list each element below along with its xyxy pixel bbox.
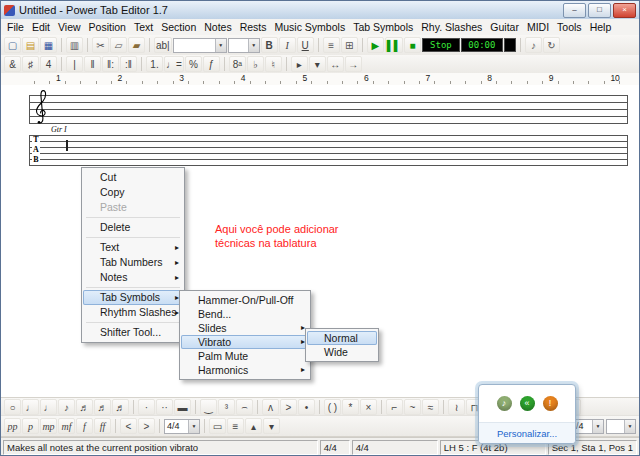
- menu-notes[interactable]: Notes: [200, 19, 235, 35]
- double-barline-icon[interactable]: ‖: [84, 56, 101, 72]
- marcato-icon[interactable]: ʌ: [262, 399, 279, 415]
- menu-item-bend[interactable]: Bend...: [181, 307, 309, 321]
- triplet-icon[interactable]: ³: [218, 399, 235, 415]
- menu-item-wide[interactable]: Wide: [307, 345, 377, 359]
- tray-customize-link[interactable]: Personalizar...: [479, 422, 575, 443]
- cut-icon[interactable]: ✂: [92, 37, 109, 53]
- menu-file[interactable]: File: [3, 19, 28, 35]
- natural-icon[interactable]: ♮: [265, 56, 282, 72]
- eighth-note-icon[interactable]: ♪: [58, 399, 75, 415]
- rest-icon[interactable]: ▬: [174, 399, 191, 415]
- open-icon[interactable]: ▤: [22, 37, 39, 53]
- pause-button[interactable]: ▌▌: [385, 37, 403, 53]
- menu-guitar[interactable]: Guitar: [486, 19, 523, 35]
- thirty-second-note-icon[interactable]: ♬: [94, 399, 111, 415]
- repeat-end-icon[interactable]: :‖: [120, 56, 137, 72]
- accent-icon[interactable]: >: [280, 399, 297, 415]
- menu-item-slides[interactable]: Slides▸: [181, 321, 309, 335]
- tray-media-icon[interactable]: ♪: [497, 396, 512, 411]
- new-icon[interactable]: ▢: [4, 37, 21, 53]
- menu-section[interactable]: Section: [157, 19, 200, 35]
- play-button[interactable]: ▶: [367, 37, 384, 53]
- menu-item-shifter-tool[interactable]: Shifter Tool...: [83, 325, 183, 340]
- fermata-icon[interactable]: ⌢: [236, 399, 253, 415]
- tablature-staff[interactable]: [29, 135, 628, 166]
- menu-text[interactable]: Text: [130, 19, 157, 35]
- vibrato-icon[interactable]: ~: [404, 399, 421, 415]
- menu-tab-symbols[interactable]: Tab Symbols: [349, 19, 417, 35]
- menu-item-copy[interactable]: Copy: [83, 185, 183, 200]
- standard-notation-staff[interactable]: [29, 95, 628, 124]
- arpeggio-icon[interactable]: ≀: [448, 399, 465, 415]
- tie-icon[interactable]: ‿: [200, 399, 217, 415]
- menu-item-hammer-on-pull-off[interactable]: Hammer-On/Pull-Off: [181, 293, 309, 307]
- tray-update-icon[interactable]: !: [543, 396, 558, 411]
- menu-item-vibrato[interactable]: Vibrato▸: [181, 335, 309, 349]
- wide-vibrato-icon[interactable]: ≈: [422, 399, 439, 415]
- decrescendo-icon[interactable]: >: [138, 418, 155, 434]
- menu-position[interactable]: Position: [85, 19, 130, 35]
- menu-edit[interactable]: Edit: [28, 19, 54, 35]
- muted-note-icon[interactable]: ×: [360, 399, 377, 415]
- menu-item-notes[interactable]: Notes▸: [83, 270, 183, 285]
- menu-item-tab-symbols[interactable]: Tab Symbols▸: [83, 290, 183, 305]
- guitar-setup-icon[interactable]: ≡: [323, 37, 340, 53]
- maximize-button[interactable]: □: [588, 3, 611, 18]
- repeat-start-icon[interactable]: ‖:: [102, 56, 119, 72]
- text-tool-button[interactable]: ab|: [154, 37, 172, 53]
- size-combo[interactable]: ▼: [228, 38, 260, 53]
- let-ring-icon[interactable]: ⌐: [386, 399, 403, 415]
- menu-rhy-slashes[interactable]: Rhy. Slashes: [417, 19, 486, 35]
- flat-icon[interactable]: ♭: [247, 56, 264, 72]
- tab-number-down-icon[interactable]: ▾: [263, 418, 280, 434]
- crescendo-icon[interactable]: <: [120, 418, 137, 434]
- dynamic-mp-icon[interactable]: mp: [40, 418, 57, 434]
- menu-tools[interactable]: Tools: [553, 19, 586, 35]
- chord-diagram-icon[interactable]: ⊞: [341, 37, 358, 53]
- tremolo-icon[interactable]: ≡: [227, 418, 244, 434]
- paste-icon[interactable]: ▰: [128, 37, 145, 53]
- alternate-ending-icon[interactable]: 1.: [146, 56, 163, 72]
- menu-item-delete[interactable]: Delete: [83, 220, 183, 235]
- save-icon[interactable]: ▦: [40, 37, 57, 53]
- dynamic-mf-icon[interactable]: mf: [58, 418, 75, 434]
- octave-icon[interactable]: 8ᵃ: [229, 56, 246, 72]
- dotted-note-icon[interactable]: ·: [138, 399, 155, 415]
- duration-combo[interactable]: ▼: [606, 419, 636, 434]
- metronome-icon[interactable]: ♪: [525, 37, 542, 53]
- increase-spacing-icon[interactable]: ↔: [327, 56, 344, 72]
- grace-note-icon[interactable]: *: [342, 399, 359, 415]
- menu-item-palm-mute[interactable]: Palm Mute: [181, 349, 309, 363]
- menu-item-tab-numbers[interactable]: Tab Numbers▸: [83, 255, 183, 270]
- dynamic-pp-icon[interactable]: pp: [4, 418, 21, 434]
- menu-item-normal[interactable]: Normal: [307, 331, 377, 345]
- dynamic-ff-icon[interactable]: ff: [94, 418, 111, 434]
- whole-note-icon[interactable]: ○: [4, 399, 21, 415]
- close-button[interactable]: ×: [613, 3, 636, 18]
- italic-button[interactable]: I: [279, 37, 296, 53]
- underline-button[interactable]: U: [297, 37, 314, 53]
- stop-button[interactable]: ■: [404, 37, 421, 53]
- sixteenth-note-icon[interactable]: ♬: [76, 399, 93, 415]
- menu-item-text[interactable]: Text▸: [83, 240, 183, 255]
- font-combo[interactable]: ▼: [173, 38, 227, 53]
- copy-icon[interactable]: ▱: [110, 37, 127, 53]
- time-signature-icon[interactable]: 4: [40, 56, 57, 72]
- menu-midi[interactable]: MIDI: [523, 19, 553, 35]
- menu-view[interactable]: View: [54, 19, 85, 35]
- sixty-fourth-note-icon[interactable]: ♬: [112, 399, 129, 415]
- staccato-icon[interactable]: •: [298, 399, 315, 415]
- minimize-button[interactable]: –: [563, 3, 586, 18]
- tempo-marker-icon[interactable]: ♩=: [164, 56, 184, 72]
- bold-button[interactable]: B: [261, 37, 278, 53]
- musical-direction-icon[interactable]: %: [185, 56, 202, 72]
- half-note-icon[interactable]: ♩: [22, 399, 39, 415]
- remove-section-icon[interactable]: ▾: [309, 56, 326, 72]
- dynamic-p-icon[interactable]: p: [22, 418, 39, 434]
- multibar-rest-icon[interactable]: ▭: [209, 418, 226, 434]
- menu-rests[interactable]: Rests: [236, 19, 271, 35]
- insert-section-icon[interactable]: ▸: [291, 56, 308, 72]
- menu-item-rhythm-slashes[interactable]: Rhythm Slashes▸: [83, 305, 183, 320]
- menu-item-cut[interactable]: Cut: [83, 170, 183, 185]
- dynamic-icon[interactable]: ƒ: [203, 56, 220, 72]
